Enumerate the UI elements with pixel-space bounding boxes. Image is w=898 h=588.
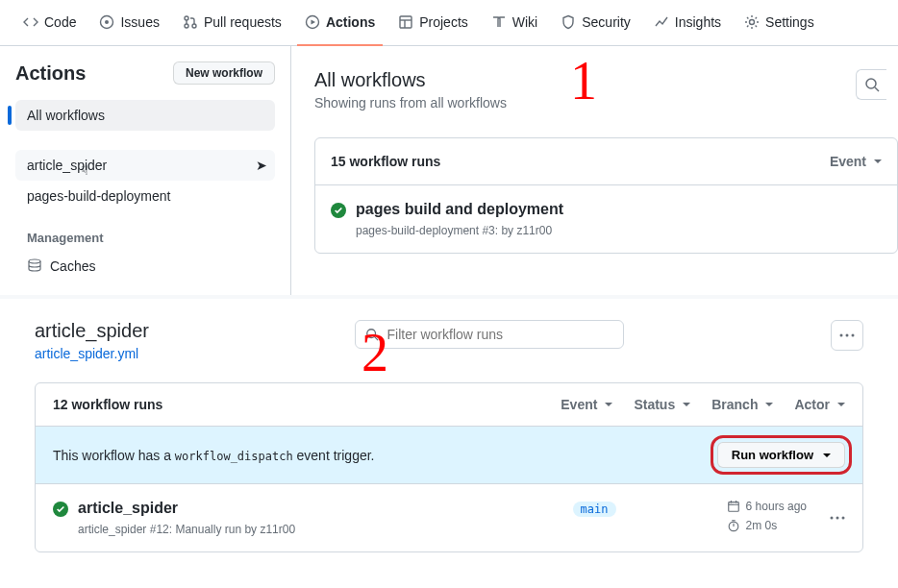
page-subtitle: Showing runs from all workflows [314, 95, 898, 110]
event-filter[interactable]: Event [830, 154, 882, 169]
branch-pill[interactable]: main [573, 502, 616, 517]
tab-label: Security [582, 14, 631, 30]
code-icon [23, 14, 38, 30]
tab-projects[interactable]: Projects [390, 0, 476, 46]
tab-label: Wiki [512, 14, 537, 30]
run-meta: pages-build-deployment #3: by z11r00 [356, 224, 563, 237]
svg-point-10 [750, 19, 755, 24]
new-workflow-button[interactable]: New workflow [173, 61, 275, 85]
run-menu-button[interactable] [830, 516, 845, 520]
filter-actor[interactable]: Actor [794, 397, 845, 412]
stopwatch-icon [727, 519, 740, 532]
database-icon [27, 258, 42, 274]
svg-point-11 [29, 259, 40, 263]
runs-list: 12 workflow runs EventStatusBranchActor … [35, 382, 863, 552]
tab-label: Pull requests [204, 14, 282, 30]
kebab-icon [839, 333, 855, 337]
sidebar-item-all-workflows[interactable]: All workflows [15, 100, 275, 131]
tab-label: Insights [675, 14, 721, 30]
filter-runs-field[interactable] [387, 327, 613, 342]
run-workflow-button[interactable]: Run workflow [717, 442, 845, 468]
run-title: pages build and deployment [356, 201, 563, 218]
tab-insights[interactable]: Insights [646, 0, 729, 46]
cursor-arrow-icon: ➤ [256, 158, 267, 173]
tab-code[interactable]: Code [15, 0, 84, 46]
dispatch-banner: This workflow has a workflow_dispatch ev… [36, 427, 862, 484]
run-title: article_spider [78, 500, 295, 517]
run-row[interactable]: pages build and deployment pages-build-d… [315, 185, 897, 253]
tab-pull-requests[interactable]: Pull requests [175, 0, 289, 46]
run-time: 6 hours ago [746, 500, 807, 513]
runs-count: 15 workflow runs [331, 154, 440, 169]
pr-icon [183, 14, 198, 30]
play-icon [305, 14, 320, 30]
runs-count: 12 workflow runs [53, 397, 162, 412]
svg-line-15 [375, 337, 379, 341]
search-icon [365, 328, 379, 341]
sidebar-title: Actions [15, 62, 86, 85]
actions-sidebar: Actions New workflow All workflows artic… [0, 46, 290, 295]
dispatch-code: workflow_dispatch [175, 450, 293, 463]
svg-point-16 [839, 334, 842, 337]
tab-label: Issues [120, 14, 159, 30]
sidebar-item-label: All workflows [27, 108, 105, 123]
svg-rect-7 [400, 16, 412, 28]
gear-icon [744, 14, 760, 30]
run-duration: 2m 0s [746, 519, 778, 532]
svg-point-12 [866, 79, 876, 88]
workflow-detail-panel: 2 article_spider article_spider.yml 12 w… [0, 299, 898, 552]
calendar-icon [727, 500, 740, 513]
search-button[interactable] [856, 69, 886, 100]
svg-point-28 [842, 517, 845, 520]
tab-issues[interactable]: Issues [91, 0, 166, 46]
svg-point-27 [836, 517, 839, 520]
svg-point-17 [845, 334, 848, 337]
svg-marker-6 [311, 19, 315, 24]
tab-settings[interactable]: Settings [736, 0, 822, 46]
svg-rect-19 [728, 502, 738, 512]
page-title: All workflows [314, 69, 898, 91]
filter-branch[interactable]: Branch [711, 397, 773, 412]
sidebar-item-label: article_spider [27, 158, 107, 173]
filter-runs-input[interactable] [355, 320, 624, 349]
svg-line-13 [875, 87, 879, 91]
dispatch-text: This workflow has a [53, 448, 175, 463]
kebab-icon [830, 516, 845, 520]
book-icon [491, 14, 507, 30]
workflow-title: article_spider [35, 320, 149, 342]
run-meta: article_spider #12: Manually run by z11r… [78, 523, 295, 536]
all-workflows-main: All workflows Showing runs from all work… [290, 46, 898, 295]
workflow-menu-button[interactable] [831, 320, 863, 351]
tab-label: Projects [419, 14, 468, 30]
status-success-icon [53, 502, 68, 517]
sidebar-item-pages-build-deployment[interactable]: pages-build-deployment [15, 181, 275, 211]
svg-point-2 [185, 16, 188, 20]
repo-tabs: CodeIssuesPull requestsActionsProjectsWi… [0, 0, 898, 46]
workflow-yml-link[interactable]: article_spider.yml [35, 346, 138, 361]
actions-panel: Actions New workflow All workflows artic… [0, 46, 898, 299]
runs-list: 15 workflow runs Event pages build and d… [314, 137, 898, 254]
filter-event[interactable]: Event [561, 397, 612, 412]
project-icon [398, 14, 413, 30]
tab-actions[interactable]: Actions [297, 0, 383, 46]
sidebar-item-label: Caches [50, 258, 95, 274]
tab-label: Actions [326, 14, 375, 30]
dispatch-text: event trigger. [293, 448, 375, 463]
shield-icon [561, 14, 576, 30]
svg-point-4 [192, 24, 196, 28]
sidebar-item-label: pages-build-deployment [27, 188, 170, 204]
svg-point-14 [367, 330, 376, 338]
svg-point-1 [105, 20, 109, 24]
tab-label: Code [44, 14, 76, 30]
management-heading: Management [15, 231, 275, 245]
run-row[interactable]: article_spider article_spider #12: Manua… [36, 484, 862, 551]
svg-point-18 [851, 334, 854, 337]
sidebar-item-article-spider[interactable]: article_spider ➤ ☟ [15, 150, 275, 181]
filter-status[interactable]: Status [634, 397, 690, 412]
tab-security[interactable]: Security [553, 0, 638, 46]
tab-wiki[interactable]: Wiki [484, 0, 545, 46]
svg-point-3 [185, 24, 188, 28]
search-icon [864, 77, 880, 92]
tab-label: Settings [765, 14, 814, 30]
sidebar-item-caches[interactable]: Caches [15, 253, 275, 280]
